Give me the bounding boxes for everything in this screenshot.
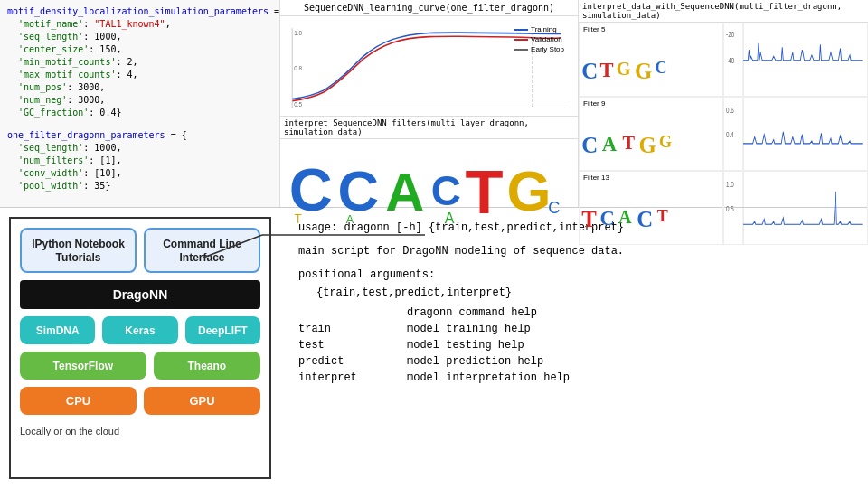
- filter-charts: Filter 5 C T G G C -20 -40: [579, 23, 868, 245]
- svg-text:C: C: [637, 207, 653, 231]
- top-section: motif_density_localization_simulation_pa…: [0, 0, 868, 208]
- learning-curve-chart: 0.5 0.8 1.0 Training Validation Early St…: [280, 16, 578, 116]
- cli-panel: usage: dragonn [-h] {train,test,predict,…: [280, 208, 868, 488]
- chart-center: SequenceDNN_learning_curve(one_filter_dr…: [280, 0, 579, 207]
- svg-text:C: C: [548, 198, 560, 217]
- arch-middle-row: SimDNA Keras DeepLIFT: [20, 316, 260, 344]
- theano-box[interactable]: Theano: [154, 352, 260, 380]
- svg-text:A: A: [445, 210, 455, 225]
- svg-text:T: T: [622, 133, 635, 153]
- keras-label: Keras: [125, 324, 155, 337]
- cpu-box[interactable]: CPU: [20, 387, 137, 415]
- filter-13-logo: Filter 13 T C A C T: [579, 171, 723, 245]
- simdna-box[interactable]: SimDNA: [20, 316, 95, 344]
- svg-text:0.5: 0.5: [294, 101, 302, 108]
- filter-13-signal: 1.0 0.5: [723, 171, 868, 245]
- svg-text:A: A: [346, 213, 354, 225]
- theano-label: Theano: [187, 360, 226, 372]
- positional-args-text: {train,test,predict,interpret}: [316, 286, 512, 299]
- gpu-box[interactable]: GPU: [144, 387, 260, 415]
- chart-legend: Training Validation Early Stop: [514, 25, 564, 55]
- motif-title: interpret_SequenceDNN_filters(multi_laye…: [280, 117, 578, 139]
- svg-text:1.0: 1.0: [294, 30, 302, 36]
- keras-box[interactable]: Keras: [102, 316, 177, 344]
- arch-orange-row: CPU GPU: [20, 387, 260, 415]
- svg-text:C: C: [338, 159, 380, 222]
- svg-text:-40: -40: [726, 56, 734, 65]
- svg-text:C: C: [600, 207, 615, 230]
- svg-text:A: A: [385, 162, 424, 222]
- filter-13-label: Filter 13: [583, 174, 609, 182]
- gpu-label: GPU: [189, 394, 214, 408]
- positional-title-text: positional arguments:: [298, 268, 435, 281]
- dragonn-label: DragoNN: [113, 287, 168, 302]
- arch-top-row: IPython Notebook Tutorials Command Line …: [20, 228, 260, 273]
- interpret-help: model interpretation help: [407, 371, 570, 384]
- cli-desc: main script for DragoNN modeling of sequ…: [298, 245, 850, 258]
- interpret-row: interpret model interpretation help: [298, 371, 850, 384]
- dragonn-help-blank: [298, 306, 389, 319]
- svg-text:0.5: 0.5: [726, 204, 734, 213]
- svg-text:C: C: [656, 59, 667, 77]
- filter-9-signal: 0.6 0.4: [723, 97, 868, 171]
- test-help: model testing help: [407, 339, 524, 352]
- svg-text:T: T: [466, 157, 504, 226]
- dragonn-row: DragoNN: [20, 280, 260, 309]
- svg-text:0.8: 0.8: [294, 65, 302, 71]
- deeplift-box[interactable]: DeepLIFT: [185, 316, 260, 344]
- svg-text:A: A: [602, 133, 618, 155]
- motif-logo: C C A C T G T A A C: [280, 139, 578, 230]
- right-title: interpret_data_with_SequenceDNN(multi_fi…: [579, 0, 868, 23]
- filter-5-label: Filter 5: [583, 25, 605, 33]
- arch-footer: Locally or on the cloud: [20, 426, 260, 436]
- svg-text:G: G: [617, 59, 631, 79]
- arch-green-row: TensorFlow Theano: [20, 352, 260, 380]
- filter-9-logo: Filter 9 C A T G G: [579, 97, 723, 171]
- dragonn-help-text: dragonn command help: [407, 306, 537, 319]
- predict-row: predict model prediction help: [298, 355, 850, 368]
- bottom-section: IPython Notebook Tutorials Command Line …: [0, 208, 868, 488]
- svg-text:T: T: [657, 208, 668, 226]
- cli-args-list: dragonn command help train model trainin…: [298, 306, 850, 384]
- cli-box[interactable]: Command Line Interface: [144, 228, 260, 273]
- svg-text:T: T: [294, 212, 302, 225]
- svg-text:G: G: [638, 133, 656, 157]
- svg-text:C: C: [431, 167, 461, 214]
- simdna-label: SimDNA: [36, 324, 80, 337]
- cli-positional-title: positional arguments:: [298, 268, 850, 281]
- desc-text: main script for DragoNN modeling of sequ…: [298, 245, 624, 258]
- svg-text:-20: -20: [726, 30, 734, 39]
- dragonn-help-row: dragonn command help: [298, 306, 850, 319]
- svg-text:G: G: [659, 134, 672, 152]
- tensorflow-label: TensorFlow: [53, 360, 113, 372]
- right-charts: interpret_data_with_SequenceDNN(multi_fi…: [579, 0, 868, 207]
- ipython-label: IPython Notebook Tutorials: [32, 238, 125, 264]
- predict-name: predict: [298, 355, 389, 368]
- predict-help: model prediction help: [407, 355, 543, 368]
- ipython-box[interactable]: IPython Notebook Tutorials: [20, 228, 137, 273]
- interpret-name: interpret: [298, 371, 389, 384]
- svg-text:1.0: 1.0: [726, 181, 734, 190]
- code-panel: motif_density_localization_simulation_pa…: [0, 0, 280, 207]
- svg-text:T: T: [581, 207, 597, 231]
- svg-text:A: A: [618, 207, 632, 227]
- train-row: train model training help: [298, 323, 850, 335]
- cli-label: Command Line Interface: [163, 238, 241, 264]
- filter-9-label: Filter 9: [583, 99, 605, 108]
- cli-positional-args: {train,test,predict,interpret}: [316, 286, 850, 299]
- svg-text:C: C: [581, 59, 598, 83]
- motif-logo-area: interpret_SequenceDNN_filters(multi_laye…: [280, 116, 578, 230]
- svg-text:C: C: [581, 133, 598, 157]
- filter-5-signal: -20 -40: [723, 23, 868, 97]
- tensorflow-box[interactable]: TensorFlow: [20, 352, 146, 380]
- svg-text:G: G: [635, 59, 652, 83]
- test-name: test: [298, 339, 389, 352]
- svg-text:0.6: 0.6: [726, 107, 734, 116]
- test-row: test model testing help: [298, 339, 850, 352]
- svg-text:T: T: [600, 59, 614, 81]
- svg-text:0.4: 0.4: [726, 130, 734, 139]
- train-name: train: [298, 323, 389, 335]
- arch-panel: IPython Notebook Tutorials Command Line …: [9, 217, 271, 479]
- learning-curve-title: SequenceDNN_learning_curve(one_filter_dr…: [280, 0, 578, 16]
- deeplift-label: DeepLIFT: [198, 324, 248, 337]
